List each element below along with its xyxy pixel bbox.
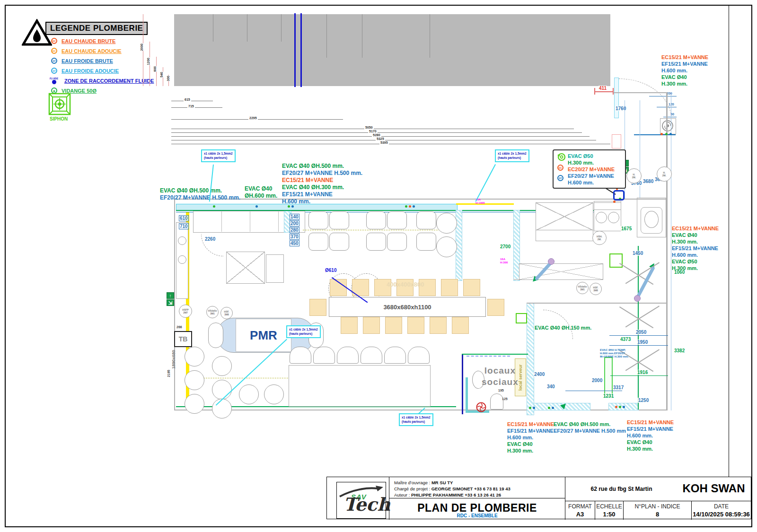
chair [212,356,232,376]
annotation-line: EVAC Ø50 [568,153,622,159]
dim-label: 5280 [372,133,381,137]
dim-label: 5325 [376,137,385,140]
annotation-line: EF20/27 M+VANNE H.500 mm. [160,194,240,201]
dim-label: 2000 [139,44,144,51]
dim-label: 540 [159,72,164,78]
exit-sign-icon: ↑ [167,292,174,299]
pipe-dot [405,205,407,208]
note-line: M+VANNE H.300 mm. [600,355,629,358]
marker-text: 2M. [598,238,601,241]
dim-label: 610 [179,215,189,221]
dim-label: 710 [179,223,189,229]
circuit-label: 16AH:300 [500,258,508,264]
pipe-dot [669,133,672,135]
project-address: 62 rue du fbg St Martin [568,486,675,492]
annotation-line: EC15/21 M+VANNE [282,177,362,184]
marker-text: 2M7 [183,311,188,314]
wall-locaux-top [462,354,528,355]
dim-label: 3382 [674,348,685,353]
annotation-line: EVAC Ø40 [507,441,554,447]
siphon-icon [48,93,71,115]
booth-seat [387,233,407,251]
dim-label: 5170 [368,130,378,133]
legend-title: LEGENDE PLOMBERIE [45,22,148,35]
callout-line: (hauts parleurs) [402,420,425,423]
siphon-label: SIPHON [50,116,68,122]
dim-line [649,96,677,96]
door-frame [614,78,619,118]
chair [185,370,204,390]
stool [430,317,447,334]
annotation-evac150: EVAC Ø40 ØH.150 mm. [535,324,591,331]
annotation-line: EC15/21 M+VANNE [661,54,708,61]
round-table [436,213,457,234]
band-tick [430,14,430,58]
dim-label: 5395 [379,141,389,144]
dim-label: 2700 [500,244,511,249]
stool [407,317,424,334]
callout-line: x1 câble 2x 1,5mm2 [498,152,527,155]
banquette-seat [408,347,430,364]
pm-value: GEORGE SIMONET +33 6 73 81 19 43 [431,486,511,491]
band-tick [281,14,282,42]
stool [309,299,326,316]
dim-label: 370 [290,234,299,240]
dim-label-411: 411 [599,86,607,91]
annotation-bottom-mid: EVAC Ø40 ØH.500 mm.EF20/27 M+VANNE H.500… [554,421,626,434]
exit-man-icon: ⇲ [167,299,174,306]
legend-item-ef: EFEAU FROIDE BRUTE [51,56,154,66]
dim-label: 3680 [643,179,654,184]
dim-label: 3317 [613,385,624,390]
pipe-dot [413,205,415,208]
annotation-right-mid: EC15/21 M+VANNEEVAC Ø40H.300 mm.EF15/21 … [672,225,719,271]
annotation-line: EVAC Ø40 ØH.500 mm. [160,187,240,194]
company-logo: SAV Tech [336,482,386,519]
riser-dot [634,295,641,302]
annotation-line: EVAC Ø40 ØH.150 mm. [535,324,591,331]
dim-line [610,375,668,376]
annotation-line: H.300 mm. [661,80,708,87]
blue-double-line [294,13,302,87]
chair [212,380,232,400]
stool [385,317,402,334]
pmr-label-box: PMR [236,319,291,352]
chair [212,399,232,419]
dim-label: 195 [498,389,504,392]
dim-label: 2400 [534,372,545,377]
stool [341,317,358,334]
booth-seat [308,211,328,229]
annotation-line: EC20/27 M+VANNE [568,166,622,173]
band-tick [213,14,213,42]
dim-label: 5050 [364,126,374,129]
stove-burner [608,212,619,223]
pipe-dot [548,407,550,409]
stool [487,299,504,316]
plan-index-label: N°PLAN - INDICE [624,503,691,510]
pipe-dot [615,406,617,408]
annotation-line: EF20/27 M+VANNE H.500 mm [554,427,626,434]
drawing-subtitle: RDC - ENSEMBLE [389,513,565,518]
callout-line: (hauts parleurs) [204,156,227,159]
fan-icon [661,120,674,132]
annotation-line: ØH.600 mm. [245,192,277,200]
annotation-line: EF15/21 M+VANNE [661,61,708,67]
height-marker: HSFP2M7 [179,305,192,318]
wall-locaux-dashed [467,356,510,357]
dim-label: 1450 [632,251,643,256]
legend-item-ec: ECEAU CHAUDE BRUTE [51,36,154,46]
dim-line [171,144,610,144]
tb-label: TB [179,335,188,343]
scale-value: 1:50 [595,511,623,518]
annotation-line: EF15/21 M+VANNE [672,245,719,252]
dim-line [171,101,213,101]
dim-tick [613,88,614,95]
room-label-line: locaux [484,366,516,375]
kitchen-equipment [266,254,284,283]
legend-item-efa: EFEAU FROIDE ADOUCIE [51,66,154,76]
wall-locaux-left [462,354,463,414]
annotation-top-mid: EVAC Ø40ØH.600 mm. [245,185,277,200]
callout-line: x1 câble 2x 1,5mm2 [289,328,318,331]
pipe-dot [291,205,294,208]
drawing-title: PLAN DE PLOMBERIE [389,502,565,515]
round-table [436,236,457,257]
